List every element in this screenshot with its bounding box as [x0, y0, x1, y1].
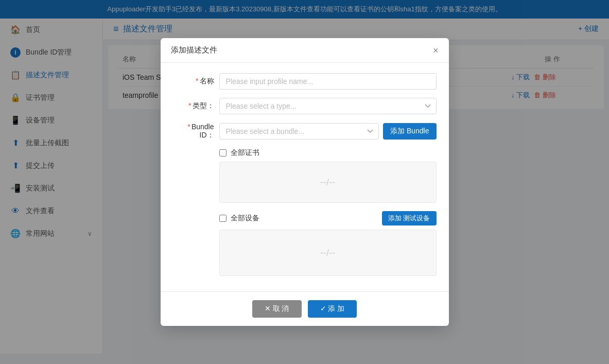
cert-empty: --/--: [320, 177, 335, 188]
name-label: *名称: [173, 77, 219, 86]
device-section: 全部设备 添加 测试设备 --/--: [173, 211, 437, 276]
device-all-checkbox[interactable]: [219, 215, 227, 222]
cert-all-checkbox[interactable]: [219, 149, 227, 157]
type-select[interactable]: Please select a type...: [219, 98, 437, 114]
device-header-left: 全部设备: [219, 214, 259, 223]
form-row-name: *名称: [173, 73, 437, 90]
dialog-body: *名称 *类型： Please select a type... *Bundle…: [161, 63, 449, 291]
bundle-select[interactable]: Please select a bundle...: [219, 123, 379, 140]
submit-button[interactable]: ✓ 添 加: [308, 300, 357, 318]
dialog-header: 添加描述文件 ×: [161, 38, 449, 63]
bundle-label: *Bundle ID：: [173, 123, 219, 140]
cert-section: 全部证书 --/--: [173, 148, 437, 203]
required-star: *: [196, 77, 198, 85]
close-icon[interactable]: ×: [433, 46, 439, 55]
device-header: 全部设备 添加 测试设备: [173, 211, 437, 226]
overlay: 添加描述文件 × *名称 *类型： Please select a type..…: [0, 0, 609, 364]
cancel-button[interactable]: ✕ 取 消: [252, 300, 302, 318]
add-bundle-button[interactable]: 添加 Bundle: [383, 123, 436, 140]
name-input[interactable]: [219, 73, 437, 90]
device-label: 全部设备: [231, 214, 259, 223]
dialog-title: 添加描述文件: [171, 45, 217, 55]
dialog: 添加描述文件 × *名称 *类型： Please select a type..…: [161, 38, 449, 326]
required-star-bundle: *: [187, 123, 190, 131]
form-row-bundle: *Bundle ID： Please select a bundle... 添加…: [173, 123, 437, 140]
cert-label: 全部证书: [231, 148, 259, 158]
bundle-row: Please select a bundle... 添加 Bundle: [219, 123, 437, 140]
add-device-button[interactable]: 添加 测试设备: [382, 211, 437, 226]
form-row-type: *类型： Please select a type...: [173, 98, 437, 114]
required-star-type: *: [188, 101, 191, 110]
device-empty: --/--: [320, 248, 335, 258]
cert-header: 全部证书: [173, 148, 437, 158]
device-area: --/--: [219, 230, 437, 276]
cert-area: --/--: [219, 162, 437, 203]
type-label: *类型：: [173, 101, 219, 111]
dialog-footer: ✕ 取 消 ✓ 添 加: [161, 291, 449, 326]
